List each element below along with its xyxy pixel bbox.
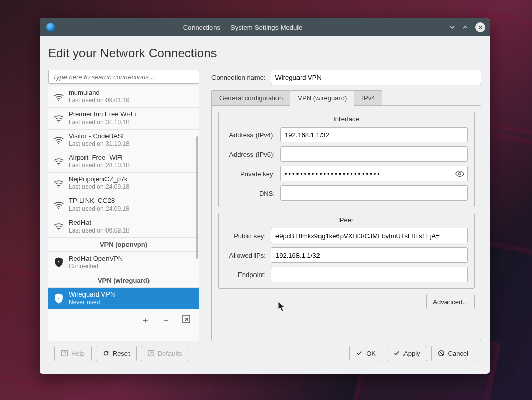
settings-window: Connections — System Settings Module Edi… bbox=[40, 18, 490, 374]
wifi-icon bbox=[51, 90, 67, 104]
svg-point-5 bbox=[58, 208, 59, 209]
interface-title: Interface bbox=[225, 115, 468, 123]
shield-icon bbox=[51, 291, 67, 306]
tab-ipv4[interactable]: IPv4 bbox=[354, 90, 382, 106]
svg-point-12 bbox=[459, 173, 461, 175]
eye-icon[interactable] bbox=[455, 169, 465, 179]
connection-form: Connection name: General configuration V… bbox=[211, 70, 481, 341]
svg-point-3 bbox=[58, 165, 59, 166]
allowed-ips-input[interactable] bbox=[271, 247, 468, 263]
svg-point-1 bbox=[58, 121, 59, 122]
group-wireguard: VPN (wireguard) bbox=[48, 273, 199, 287]
conn-sub: Last used on 09.01.19 bbox=[69, 97, 130, 104]
tab-body: Interface Address (IPv4): Address (IPv6)… bbox=[211, 105, 481, 341]
add-button[interactable]: ＋ bbox=[141, 314, 150, 326]
list-actions: ＋ － bbox=[48, 309, 199, 327]
cancel-button[interactable]: Cancel bbox=[431, 346, 475, 361]
connections-list: mumulandLast used on 09.01.19 Premier In… bbox=[48, 86, 199, 341]
cursor-icon bbox=[278, 301, 287, 312]
scrollbar[interactable] bbox=[196, 136, 198, 259]
wifi-icon bbox=[51, 176, 67, 191]
list-item-selected[interactable]: Wireguard VPNNever used bbox=[48, 287, 199, 309]
close-button[interactable] bbox=[475, 22, 485, 32]
address-ipv6-input[interactable] bbox=[280, 146, 468, 162]
list-item[interactable]: mumulandLast used on 09.01.19 bbox=[48, 86, 199, 107]
endpoint-input[interactable] bbox=[271, 267, 468, 282]
list-item[interactable]: RedHatLast used on 06.09.18 bbox=[48, 216, 199, 237]
globe-icon bbox=[46, 23, 55, 32]
chevron-up-icon[interactable] bbox=[460, 22, 471, 33]
peer-fieldset: Peer Public key: Allowed IPs: Endpoint: bbox=[218, 213, 475, 289]
wifi-icon bbox=[51, 198, 67, 212]
tabs: General configuration VPN (wireguard) IP… bbox=[211, 90, 481, 106]
wifi-icon bbox=[51, 154, 67, 169]
defaults-button[interactable]: Defaults bbox=[141, 346, 189, 361]
conn-name: mumuland bbox=[69, 89, 130, 97]
peer-title: Peer bbox=[225, 216, 468, 224]
list-item[interactable]: Premier Inn Free Wi-FiLast used on 31.10… bbox=[48, 107, 199, 129]
footer: Help Reset Defaults OK Apply Cancel bbox=[48, 341, 481, 366]
help-button[interactable]: Help bbox=[54, 346, 92, 361]
shield-icon bbox=[51, 255, 67, 269]
connection-name-input[interactable] bbox=[271, 70, 481, 85]
page-title: Edit your Network Connections bbox=[48, 46, 481, 60]
titlebar: Connections — System Settings Module bbox=[40, 18, 490, 36]
reset-button[interactable]: Reset bbox=[96, 346, 137, 361]
ok-button[interactable]: OK bbox=[349, 346, 382, 361]
window-title: Connections — System Settings Module bbox=[59, 24, 446, 31]
wifi-icon bbox=[51, 111, 67, 125]
list-item[interactable]: TP-LINK_CC28Last used on 24.09.18 bbox=[48, 194, 199, 215]
tab-general[interactable]: General configuration bbox=[211, 90, 290, 106]
group-openvpn: VPN (openvpn) bbox=[48, 237, 199, 251]
list-item[interactable]: NejPripojeniCZ_p7kLast used on 24.09.18 bbox=[48, 172, 199, 194]
private-key-input[interactable] bbox=[280, 166, 468, 181]
svg-rect-10 bbox=[58, 299, 59, 300]
wifi-icon bbox=[51, 133, 67, 147]
svg-rect-8 bbox=[58, 262, 59, 264]
export-button[interactable] bbox=[182, 314, 191, 326]
svg-point-6 bbox=[58, 230, 59, 231]
wifi-icon bbox=[51, 219, 67, 234]
public-key-input[interactable] bbox=[271, 228, 468, 243]
svg-point-2 bbox=[58, 143, 59, 144]
list-item[interactable]: Visitor - CodeBASELast used on 31.10.18 bbox=[48, 129, 199, 151]
connection-name-label: Connection name: bbox=[211, 74, 266, 81]
connections-panel: mumulandLast used on 09.01.19 Premier In… bbox=[48, 70, 199, 341]
address-ipv4-input[interactable] bbox=[280, 127, 468, 142]
apply-button[interactable]: Apply bbox=[387, 346, 427, 361]
list-item[interactable]: Airport_Free_WiFi_Last used on 28.10.18 bbox=[48, 151, 199, 172]
remove-button[interactable]: － bbox=[161, 314, 171, 326]
tab-vpn[interactable]: VPN (wireguard) bbox=[290, 90, 354, 106]
chevron-down-icon[interactable] bbox=[446, 22, 458, 33]
dns-input[interactable] bbox=[280, 185, 468, 201]
svg-point-4 bbox=[58, 186, 59, 187]
advanced-button[interactable]: Advanced... bbox=[426, 294, 475, 309]
search-input[interactable] bbox=[48, 70, 199, 84]
list-item[interactable]: RedHat OpenVPNConnected bbox=[48, 251, 199, 273]
svg-point-0 bbox=[58, 100, 59, 101]
interface-fieldset: Interface Address (IPv4): Address (IPv6)… bbox=[218, 112, 475, 207]
